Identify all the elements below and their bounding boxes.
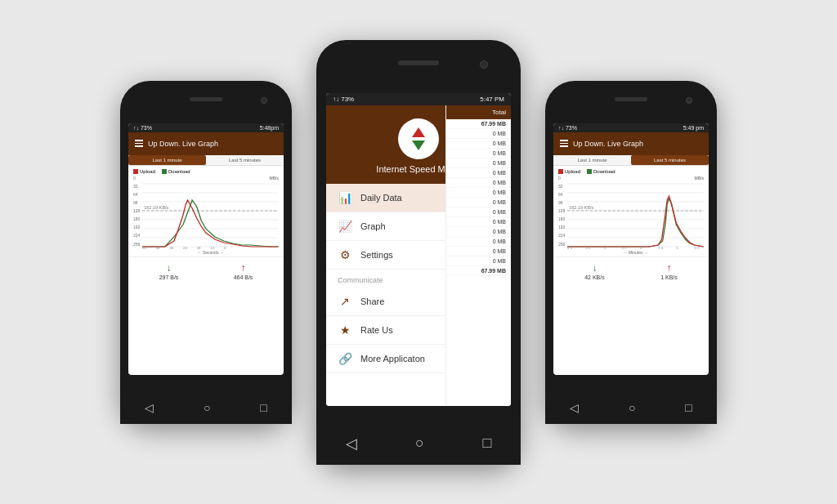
left-tab-1min[interactable]: Last 1 minute: [128, 155, 206, 165]
center-status-bar: ↑↓ 73% 5:47 PM: [326, 93, 511, 105]
right-graph-container: 256 224 192 160 128 96 64 32 0 MB/s: [558, 176, 704, 255]
center-data-row-7: 0 MB: [446, 188, 511, 198]
right-tab-1min[interactable]: Last 1 minute: [553, 155, 631, 165]
left-upload-speed: ↓ 297 B/s: [159, 262, 179, 280]
svg-text:48: 48: [156, 246, 161, 249]
right-signal: ↑↓ 73%: [558, 125, 577, 131]
center-data-row-10: 0 MB: [446, 217, 511, 227]
svg-text:18: 18: [197, 246, 202, 249]
svg-text:3.5: 3.5: [586, 246, 592, 249]
right-upload-arrow: ↓: [592, 262, 597, 274]
svg-rect-22: [587, 169, 592, 174]
left-header-title: Up Down. Live Graph: [148, 140, 218, 148]
left-download-arrow: ↑: [241, 262, 246, 274]
right-download-value: 1 KB/s: [660, 274, 678, 280]
center-signal: ↑↓ 73%: [333, 96, 354, 103]
right-phone-camera: [686, 97, 692, 104]
left-signal: ↑↓ 73%: [133, 125, 152, 131]
svg-marker-19: [412, 127, 425, 137]
center-graph-label: Graph: [360, 221, 386, 231]
right-phone-screen: ↑↓ 73% 5:49 pm Up Down. Live Graph Last …: [553, 123, 709, 375]
center-graph-icon: 📈: [338, 220, 352, 233]
left-upload-value: 297 B/s: [159, 274, 179, 280]
right-back-btn[interactable]: ◁: [570, 401, 579, 414]
left-legend-upload: Upload: [133, 169, 155, 174]
center-data-panel: Total 67.99 MB 0 MB 0 MB 0 MB 0 MB 0 MB …: [445, 105, 511, 406]
right-download-arrow: ↑: [666, 262, 671, 274]
right-home-btn[interactable]: ○: [629, 401, 635, 414]
right-app-header: Up Down. Live Graph: [553, 132, 709, 155]
right-y-axis: 256 224 192 160 128 96 64 32 0: [558, 176, 565, 255]
left-graph-container: 256 224 192 160 128 96 64 32 0 MB/s: [133, 176, 279, 255]
right-bottom-nav: ◁ ○ □: [545, 391, 717, 424]
center-data-row-3: 0 MB: [446, 149, 511, 158]
right-chart-svg: 162.19 KB/s 4.5 3.5 3 2.5 2 1.5 1 0.5: [567, 176, 704, 249]
left-hamburger-icon[interactable]: [135, 140, 143, 147]
svg-text:162.19 KB/s: 162.19 KB/s: [570, 205, 595, 210]
left-tab-row: Last 1 minute Last 5 minutes: [128, 155, 284, 166]
left-chart-svg: 162.19 KB/s 60 48 36 24 18 12 6: [142, 176, 279, 249]
center-app-icon: [398, 118, 439, 159]
right-chart: MB/s 162.19 KB/s: [567, 176, 704, 255]
svg-rect-1: [162, 169, 167, 174]
center-data-row-5: 0 MB: [446, 168, 511, 178]
center-time: 5:47 PM: [480, 96, 504, 103]
right-tab-row: Last 1 minute Last 5 minutes: [553, 155, 709, 166]
center-share-label: Share: [360, 297, 384, 306]
right-download-speed: ↑ 1 KB/s: [660, 262, 678, 280]
right-upload-value: 42 KB/s: [584, 274, 605, 280]
left-time: 5:48pm: [260, 125, 279, 131]
center-phone-camera: [480, 60, 488, 69]
left-legend: Upload Download: [133, 169, 279, 174]
right-mb-label: MB/s: [695, 176, 704, 181]
center-more-icon: 🔗: [338, 352, 352, 365]
left-speed-display: ↓ 297 B/s ↑ 464 B/s: [128, 256, 284, 285]
left-upload-arrow: ↓: [167, 262, 172, 274]
left-phone: ↑↓ 73% 5:48pm Up Down. Live Graph Last 1…: [120, 81, 292, 424]
center-data-row-13: 0 MB: [446, 247, 511, 256]
left-recent-btn[interactable]: □: [260, 401, 266, 414]
right-phone-speaker: [615, 97, 647, 101]
left-graph-area: Upload Download 256 224 192 160 128 96 6…: [128, 166, 284, 256]
right-x-axis-label: ← Minutes →: [567, 250, 704, 255]
left-bottom-nav: ◁ ○ □: [120, 391, 292, 424]
right-tab-5min[interactable]: Last 5 minutes: [631, 155, 709, 165]
center-phone-screen: ↑↓ 73% 5:47 PM Internet Speed Meter 📊 Da…: [326, 93, 511, 406]
left-download-speed: ↑ 464 B/s: [234, 262, 253, 280]
left-back-btn[interactable]: ◁: [145, 401, 154, 414]
svg-rect-21: [558, 169, 563, 174]
center-settings-icon: ⚙: [338, 248, 352, 261]
center-rate-label: Rate Us: [360, 325, 393, 335]
right-recent-btn[interactable]: □: [685, 401, 692, 414]
left-chart: MB/s 162.19 KB/s: [142, 176, 279, 255]
center-data-row-15: 67.99 MB: [446, 266, 511, 276]
center-data-panel-header: Total: [446, 105, 511, 119]
left-download-value: 464 B/s: [234, 274, 253, 280]
right-hamburger-icon[interactable]: [560, 140, 568, 147]
right-legend-upload-label: Upload: [565, 169, 580, 174]
center-rate-icon: ★: [338, 323, 352, 337]
right-upload-speed: ↓ 42 KB/s: [584, 262, 605, 280]
left-tab-5min[interactable]: Last 5 minutes: [206, 155, 284, 165]
left-legend-download-label: Download: [168, 169, 190, 174]
svg-text:60: 60: [142, 246, 147, 249]
right-speed-display: ↓ 42 KB/s ↑ 1 KB/s: [553, 256, 709, 285]
center-bottom-nav: ◁ ○ □: [316, 422, 521, 465]
left-app-header: Up Down. Live Graph: [128, 132, 284, 155]
left-legend-download: Download: [162, 169, 190, 174]
left-home-btn[interactable]: ○: [204, 401, 210, 414]
center-data-row-12: 0 MB: [446, 237, 511, 247]
center-back-btn[interactable]: ◁: [346, 435, 357, 453]
center-settings-label: Settings: [360, 250, 393, 260]
right-legend-download-label: Download: [593, 169, 615, 174]
center-data-row-11: 0 MB: [446, 227, 511, 237]
right-status-bar: ↑↓ 73% 5:49 pm: [553, 123, 709, 132]
svg-text:2.5: 2.5: [622, 246, 628, 249]
left-phone-camera: [261, 97, 267, 104]
center-recent-btn[interactable]: □: [482, 435, 491, 452]
svg-text:0.5: 0.5: [695, 246, 700, 249]
center-daily-data-label: Daily Data: [360, 193, 402, 203]
center-home-btn[interactable]: ○: [415, 435, 424, 452]
center-data-row-8: 0 MB: [446, 198, 511, 207]
svg-marker-20: [412, 140, 425, 150]
